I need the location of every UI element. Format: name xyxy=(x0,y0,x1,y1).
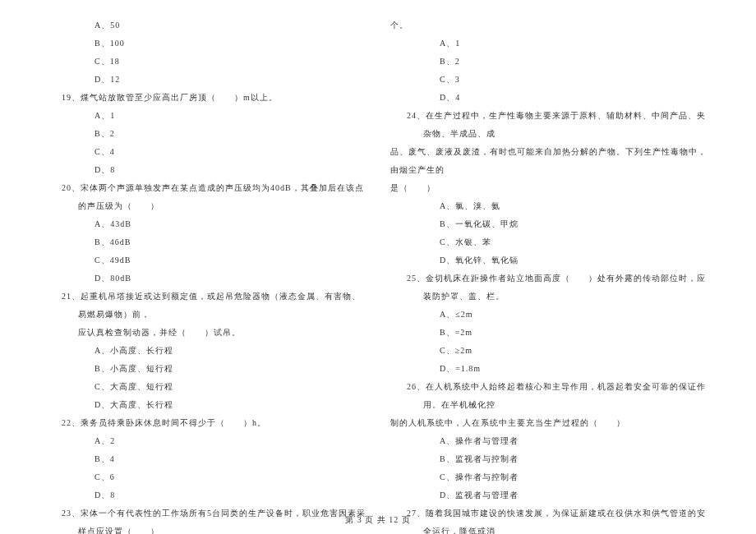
option-22-c: C、6 xyxy=(45,468,366,486)
option-20-c: C、49dB xyxy=(45,251,366,269)
option-19-c: C、4 xyxy=(45,143,366,161)
question-19: 19、煤气站放散管至少应高出厂房顶（ ）m以上。 xyxy=(62,89,366,107)
question-23-cont: 个。 xyxy=(390,16,711,35)
question-21: 21、起重机吊塔接近或达到额定值，或起吊危险器物（液态金属、有害物、易燃易爆物）… xyxy=(62,288,366,324)
option-21-a: A、小高度、长行程 xyxy=(45,342,366,360)
option-26-a: A、操作者与管理者 xyxy=(390,432,711,450)
option-20-d: D、80dB xyxy=(45,269,366,288)
question-26: 26、在人机系统中人始终起着核心和主导作用，机器起着安全可靠的保证作用。在半机械… xyxy=(407,378,711,414)
option-18-b: B、100 xyxy=(45,35,366,53)
option-21-d: D、大高度、长行程 xyxy=(45,396,366,414)
option-18-a: A、50 xyxy=(45,16,366,35)
option-23-b: B、2 xyxy=(390,53,711,71)
option-23-a: A、1 xyxy=(390,35,711,53)
option-19-b: B、2 xyxy=(45,125,366,143)
option-26-b: B、监视者与控制者 xyxy=(390,450,711,468)
question-21-cont: 应认真检查制动器，并经（ ）试吊。 xyxy=(45,324,366,342)
option-26-c: C、操作者与控制者 xyxy=(390,468,711,486)
option-22-a: A、2 xyxy=(45,432,366,450)
option-24-c: C、水银、苯 xyxy=(390,233,711,251)
right-column: 个。 A、1 B、2 C、3 D、4 24、在生产过程中，生产性毒物主要来源于原… xyxy=(378,16,723,501)
option-25-c: C、≥2m xyxy=(390,342,711,360)
option-20-b: B、46dB xyxy=(45,233,366,251)
option-22-b: B、4 xyxy=(45,450,366,468)
option-19-a: A、1 xyxy=(45,107,366,125)
option-25-b: B、=2m xyxy=(390,324,711,342)
question-24-line3: 是（ ） xyxy=(390,179,711,197)
question-25: 25、金切机床在距操作者站立地面高度（ ）处有外露的传动部位时，应装防护罩、盖、… xyxy=(407,269,711,306)
option-23-d: D、4 xyxy=(390,89,711,107)
option-21-b: B、小高度、短行程 xyxy=(45,360,366,378)
option-23-c: C、3 xyxy=(390,71,711,89)
option-26-d: D、监视者与管理者 xyxy=(390,486,711,504)
question-24: 24、在生产过程中，生产性毒物主要来源于原料、辅助材料、中间产品、夹杂物、半成品… xyxy=(407,107,711,143)
option-18-d: D、12 xyxy=(45,71,366,89)
question-26-line2: 制的人机系统中，人在系统中主要充当生产过程的（ ） xyxy=(390,414,711,432)
option-22-d: D、8 xyxy=(45,486,366,504)
question-22: 22、乘务员待乘卧床休息时间不得少于（ ）h。 xyxy=(62,414,366,432)
page-footer: 第 3 页 共 12 页 xyxy=(0,514,756,526)
question-20: 20、宋体两个声源单独发声在某点造成的声压级均为40dB，其叠加后在该点的声压级… xyxy=(62,179,366,215)
document-page: A、50 B、100 C、18 D、12 19、煤气站放散管至少应高出厂房顶（ … xyxy=(0,0,756,501)
option-24-d: D、氧化锌、氧化镉 xyxy=(390,251,711,269)
option-25-a: A、≤2m xyxy=(390,306,711,324)
option-25-d: D、=1.8m xyxy=(390,360,711,378)
question-24-line2: 品、废气、废液及废渣，有时也可能来自加热分解的产物。下列生产性毒物中，由烟尘产生… xyxy=(390,143,711,179)
option-18-c: C、18 xyxy=(45,53,366,71)
left-column: A、50 B、100 C、18 D、12 19、煤气站放散管至少应高出厂房顶（ … xyxy=(33,16,378,501)
option-19-d: D、8 xyxy=(45,161,366,179)
option-24-a: A、氯、溴、氨 xyxy=(390,197,711,215)
option-21-c: C、大高度、短行程 xyxy=(45,378,366,396)
option-20-a: A、43dB xyxy=(45,215,366,233)
option-24-b: B、一氧化碳、甲烷 xyxy=(390,215,711,233)
